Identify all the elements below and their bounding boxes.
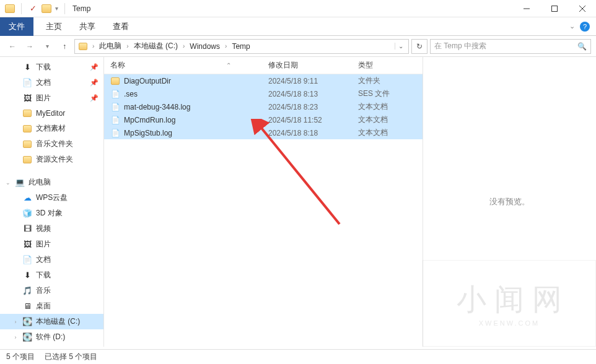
sidebar-item[interactable]: 🖼图片📌 xyxy=(0,90,103,106)
address-bar[interactable]: › 此电脑 › 本地磁盘 (C:) › Windows › Temp ⌄ xyxy=(74,39,409,54)
file-date: 2024/5/18 8:13 xyxy=(268,90,358,98)
column-name-header[interactable]: 名称⌃ xyxy=(110,60,268,71)
disk-icon: 💽 xyxy=(22,332,32,342)
sidebar-item[interactable]: 资源文件夹 xyxy=(0,152,103,167)
search-icon: 🔍 xyxy=(577,42,587,51)
search-placeholder: 在 Temp 中搜索 xyxy=(434,41,486,51)
sidebar-item[interactable]: 📄文档 xyxy=(0,252,103,267)
download-icon: ⬇ xyxy=(22,271,32,280)
ribbon: 文件 主页 共享 查看 ⌄ ? xyxy=(0,17,596,36)
pin-icon: 📌 xyxy=(90,63,99,71)
ribbon-expand-icon[interactable]: ⌄ xyxy=(569,22,575,30)
file-name: DiagOutputDir xyxy=(124,77,268,85)
nav-forward-button[interactable]: → xyxy=(22,39,37,54)
file-row[interactable]: 📄mat-debug-3448.log2024/5/18 8:23文本文档 xyxy=(104,100,423,113)
breadcrumb-segment[interactable]: 本地磁盘 (C:) xyxy=(133,40,179,53)
image-icon: 🖼 xyxy=(22,93,32,103)
sort-asc-icon: ⌃ xyxy=(226,62,231,69)
file-icon xyxy=(110,76,120,86)
file-icon: 📄 xyxy=(110,102,120,112)
folder-icon xyxy=(22,139,32,149)
file-date: 2024/5/18 11:52 xyxy=(268,116,358,124)
file-date: 2024/5/18 8:18 xyxy=(268,129,358,137)
nav-history-dropdown[interactable]: ▾ xyxy=(40,39,55,54)
music-icon: 🎵 xyxy=(22,286,32,296)
file-row[interactable]: 📄MpCmdRun.log2024/5/18 11:52文本文档 xyxy=(104,113,423,126)
ribbon-file-tab[interactable]: 文件 xyxy=(0,17,33,36)
breadcrumb-segment[interactable]: Temp xyxy=(230,41,251,52)
file-type: 文本文档 xyxy=(358,115,388,125)
sidebar-item[interactable]: 文档素材 xyxy=(0,121,103,136)
tree-expand-icon[interactable]: › xyxy=(12,319,19,325)
file-name: MpCmdRun.log xyxy=(124,116,268,124)
tree-collapse-icon[interactable]: ⌄ xyxy=(5,180,11,186)
cloud-icon: ☁ xyxy=(22,193,32,203)
address-dropdown-icon[interactable]: ⌄ xyxy=(395,43,406,50)
titlebar: ✓ ▾ Temp xyxy=(0,0,596,17)
column-date-header[interactable]: 修改日期 xyxy=(268,60,358,71)
preview-pane: 没有预览。 小 闻 网 XWENW.COM xyxy=(423,57,596,347)
maximize-button[interactable] xyxy=(540,0,568,17)
file-type: 文本文档 xyxy=(358,102,388,112)
no-preview-text: 没有预览。 xyxy=(489,196,530,207)
chevron-right-icon[interactable]: › xyxy=(222,43,229,50)
chevron-right-icon[interactable]: › xyxy=(124,43,131,50)
close-button[interactable] xyxy=(568,0,596,17)
doc-icon: 📄 xyxy=(22,255,32,265)
ribbon-tab-home[interactable]: 主页 xyxy=(37,17,71,36)
nav-up-button[interactable]: ↑ xyxy=(57,39,72,54)
video-icon: 🎞 xyxy=(22,224,32,234)
separator xyxy=(21,3,22,14)
file-name: MpSigStub.log xyxy=(124,129,268,137)
breadcrumb-segment[interactable]: Windows xyxy=(188,41,221,52)
file-list[interactable]: 名称⌃ 修改日期 类型 DiagOutputDir2024/5/18 9:11文… xyxy=(104,57,423,347)
tree-expand-icon[interactable]: › xyxy=(12,334,19,340)
sidebar-item[interactable]: 🖼图片 xyxy=(0,236,103,252)
sidebar-item[interactable]: 🎞视频 xyxy=(0,221,103,236)
file-icon: 📄 xyxy=(110,89,120,99)
status-bar: 5 个项目 已选择 5 个项目 xyxy=(0,349,596,364)
sidebar[interactable]: ⬇下载📌 📄文档📌 🖼图片📌 MyEditor 文档素材 音乐文件夹 资源文件夹… xyxy=(0,57,104,347)
status-selected-count: 已选择 5 个项目 xyxy=(45,352,97,362)
status-item-count: 5 个项目 xyxy=(6,352,35,362)
sidebar-item[interactable]: 📄文档📌 xyxy=(0,75,103,90)
navbar: ← → ▾ ↑ › 此电脑 › 本地磁盘 (C:) › Windows › Te… xyxy=(0,36,596,57)
sidebar-item[interactable]: MyEditor xyxy=(0,106,103,121)
watermark: 小 闻 网 XWENW.COM xyxy=(423,260,596,347)
sidebar-item[interactable]: 🧊3D 对象 xyxy=(0,206,103,221)
nav-back-button[interactable]: ← xyxy=(5,39,20,54)
sidebar-item[interactable]: ⬇下载📌 xyxy=(0,59,103,75)
sidebar-item[interactable]: 🖥桌面 xyxy=(0,298,103,314)
ribbon-tab-share[interactable]: 共享 xyxy=(71,17,104,36)
3d-icon: 🧊 xyxy=(22,209,32,219)
file-row[interactable]: 📄.ses2024/5/18 8:13SES 文件 xyxy=(104,87,423,100)
folder-icon xyxy=(22,155,32,165)
sidebar-item[interactable]: ›💽软件 (D:) xyxy=(0,329,103,345)
file-type: SES 文件 xyxy=(358,89,390,99)
file-type: 文本文档 xyxy=(358,128,388,138)
file-date: 2024/5/18 9:11 xyxy=(268,77,358,85)
file-name: mat-debug-3448.log xyxy=(124,103,268,111)
breadcrumb-segment[interactable]: 此电脑 xyxy=(98,40,123,53)
sidebar-item[interactable]: 音乐文件夹 xyxy=(0,136,103,152)
file-row[interactable]: DiagOutputDir2024/5/18 9:11文件夹 xyxy=(104,74,423,87)
search-input[interactable]: 在 Temp 中搜索 🔍 xyxy=(430,39,591,54)
qat-check-icon[interactable]: ✓ xyxy=(28,4,38,14)
column-type-header[interactable]: 类型 xyxy=(358,60,423,71)
refresh-button[interactable]: ↻ xyxy=(411,39,427,54)
pin-icon: 📌 xyxy=(90,94,99,102)
chevron-right-icon[interactable]: › xyxy=(180,43,187,50)
sidebar-item-thispc[interactable]: ⌄💻此电脑 xyxy=(0,175,103,190)
ribbon-tab-view[interactable]: 查看 xyxy=(104,17,138,36)
sidebar-item-local-disk-c[interactable]: ›💽本地磁盘 (C:) xyxy=(0,314,103,329)
chevron-right-icon[interactable]: › xyxy=(90,43,97,50)
qat-folder-icon[interactable] xyxy=(42,4,51,14)
help-icon[interactable]: ? xyxy=(580,22,590,32)
minimize-button[interactable] xyxy=(512,0,540,17)
file-row[interactable]: 📄MpSigStub.log2024/5/18 8:18文本文档 xyxy=(104,126,423,139)
sidebar-item[interactable]: ☁WPS云盘 xyxy=(0,190,103,206)
sidebar-item[interactable]: 🎵音乐 xyxy=(0,283,103,298)
sidebar-item[interactable]: ⬇下载 xyxy=(0,267,103,283)
breadcrumb-root-icon[interactable] xyxy=(77,41,89,51)
qat-dropdown-icon[interactable]: ▾ xyxy=(55,5,58,12)
